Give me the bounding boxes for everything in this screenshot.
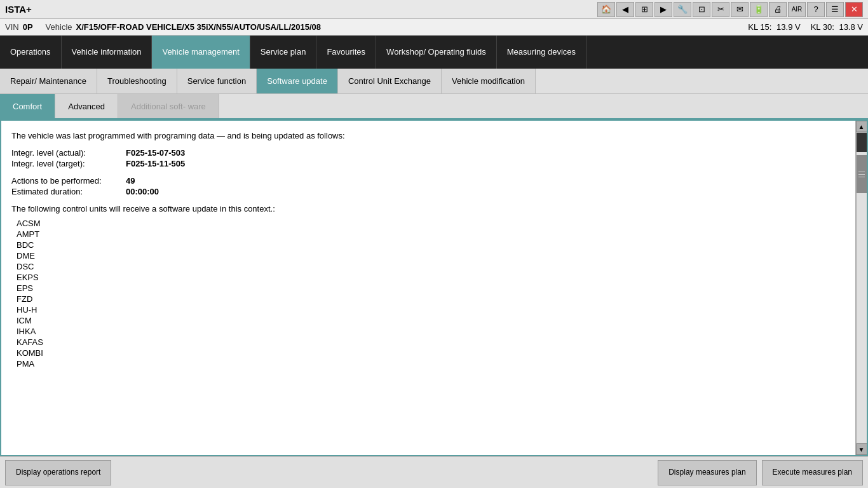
execute-measures-plan-button[interactable]: Execute measures plan — [762, 460, 863, 485]
actions-block: Actions to be performed: 49 Estimated du… — [11, 176, 845, 196]
vinbar: VIN 0P Vehicle X/F15/OFF-ROAD VEHICLE/X5… — [0, 19, 868, 36]
cu-intro: The following control units will receive… — [11, 204, 845, 214]
bottombar: Display operations report Display measur… — [0, 456, 868, 488]
close-icon[interactable]: ✕ — [845, 2, 863, 17]
display-measures-plan-button[interactable]: Display measures plan — [658, 460, 756, 485]
vehicle-label: Vehicle — [46, 22, 72, 32]
scroll-line — [858, 172, 865, 172]
cu-item-fzd: FZD — [11, 294, 845, 304]
titlebar: ISTA+ 🏠 ◀ ⊞ ▶ 🔧 ⊡ ✂ ✉ 🔋 🖨 AIR ? ☰ ✕ — [0, 0, 868, 19]
control-units-list: ACSMAMPTBDCDMEDSCEKPSEPSFZDHU-HICMIHKAKA… — [11, 219, 845, 369]
subnav1: Repair/ MaintenanceTroubleshootingServic… — [0, 69, 868, 94]
subnav2-item-comfort[interactable]: Comfort — [0, 94, 55, 118]
scroll-up-button[interactable]: ▲ — [856, 121, 867, 132]
wrench-icon[interactable]: 🔧 — [674, 2, 691, 17]
subnav1-item-service-function[interactable]: Service function — [177, 69, 257, 93]
cu-item-ekps: EKPS — [11, 273, 845, 282]
cu-item-icm: ICM — [11, 316, 845, 325]
subnav1-item-vehicle-modification[interactable]: Vehicle modification — [442, 69, 536, 93]
integr-target-value: F025-15-11-505 — [126, 159, 185, 168]
duration-row: Estimated duration: 00:00:00 — [11, 187, 845, 196]
integr-target-label: Integr. level (target): — [11, 159, 126, 168]
cu-item-acsm: ACSM — [11, 219, 845, 228]
actions-label: Actions to be performed: — [11, 176, 126, 186]
nav-item-service-plan[interactable]: Service plan — [250, 36, 317, 69]
scroll-lines — [858, 172, 865, 177]
vin-label: VIN — [5, 22, 19, 32]
vin-section: VIN 0P — [5, 22, 33, 32]
integr-block: Integr. level (actual): F025-15-07-503 I… — [11, 148, 845, 168]
cu-block: The following control units will receive… — [11, 204, 845, 369]
integr-actual-label: Integr. level (actual): — [11, 148, 126, 158]
actions-value: 49 — [126, 176, 135, 186]
scroll-track[interactable] — [856, 132, 867, 444]
scan-icon[interactable]: ⊡ — [693, 2, 710, 17]
subnav1-item-control-unit-exchange[interactable]: Control Unit Exchange — [338, 69, 442, 93]
integr-target-row: Integr. level (target): F025-15-11-505 — [11, 159, 845, 168]
menu-icon[interactable]: ☰ — [826, 2, 844, 17]
actions-row: Actions to be performed: 49 — [11, 176, 845, 186]
cu-item-ihka: IHKA — [11, 327, 845, 336]
vin-value: 0P — [23, 22, 33, 32]
duration-value: 00:00:00 — [126, 187, 159, 196]
intro-text: The vehicle was last programmed with pro… — [11, 131, 845, 140]
cu-item-pma: PMA — [11, 359, 845, 369]
nav-item-measuring-devices[interactable]: Measuring devices — [497, 36, 587, 69]
content-text: The vehicle was last programmed with pro… — [1, 121, 855, 455]
display-operations-report-button[interactable]: Display operations report — [5, 460, 111, 485]
scroll-grip[interactable] — [857, 155, 867, 193]
nav-item-vehicle-information[interactable]: Vehicle information — [62, 36, 153, 69]
duration-label: Estimated duration: — [11, 187, 126, 196]
vehicle-section: Vehicle X/F15/OFF-ROAD VEHICLE/X5 35iX/N… — [46, 22, 321, 32]
kl30-value: 13.8 V — [839, 22, 863, 32]
subnav1-item-troubleshooting[interactable]: Troubleshooting — [97, 69, 177, 93]
vehicle-value: X/F15/OFF-ROAD VEHICLE/X5 35iX/N55/AUTO/… — [76, 22, 322, 32]
kl30-label: KL 30: — [811, 22, 834, 32]
cu-item-kafas: KAFAS — [11, 337, 845, 347]
subnav2: ComfortAdvancedAdditional soft- ware — [0, 94, 868, 119]
nav-item-operations[interactable]: Operations — [0, 36, 62, 69]
navbar: OperationsVehicle informationVehicle man… — [0, 36, 868, 69]
home-icon[interactable]: 🏠 — [597, 2, 615, 17]
kl15-value: 13.9 V — [776, 22, 801, 32]
kl30: KL 30: 13.8 V — [811, 22, 863, 32]
nav-item-workshop-operating-fluids[interactable]: Workshop/ Operating fluids — [376, 36, 497, 69]
print-icon[interactable]: 🖨 — [769, 2, 787, 17]
integr-actual-value: F025-15-07-503 — [126, 148, 185, 158]
mail-icon[interactable]: ✉ — [731, 2, 749, 17]
cu-item-kombi: KOMBI — [11, 348, 845, 358]
content-area: The vehicle was last programmed with pro… — [0, 119, 868, 456]
cu-item-ampt: AMPT — [11, 229, 845, 239]
forward-icon[interactable]: ▶ — [654, 2, 672, 17]
scroll-down-button[interactable]: ▼ — [856, 444, 867, 455]
titlebar-icons: 🏠 ◀ ⊞ ▶ 🔧 ⊡ ✂ ✉ 🔋 🖨 AIR ? ☰ ✕ — [597, 2, 863, 17]
intro-block: The vehicle was last programmed with pro… — [11, 131, 845, 140]
subnav2-item-additional-software: Additional soft- ware — [118, 94, 219, 118]
kl15: KL 15: 13.9 V — [748, 22, 800, 32]
cu-item-dme: DME — [11, 251, 845, 261]
scroll-line — [858, 174, 865, 175]
scissor-icon[interactable]: ✂ — [712, 2, 729, 17]
kl15-label: KL 15: — [748, 22, 771, 32]
cu-item-bdc: BDC — [11, 240, 845, 250]
scrollbar: ▲ ▼ — [855, 121, 867, 455]
cu-item-hu-h: HU-H — [11, 305, 845, 315]
help-icon[interactable]: ? — [807, 2, 825, 17]
scroll-line — [858, 177, 865, 177]
kl-section: KL 15: 13.9 V KL 30: 13.8 V — [748, 22, 863, 32]
nav-item-vehicle-management[interactable]: Vehicle management — [152, 36, 250, 69]
cu-item-dsc: DSC — [11, 262, 845, 271]
battery-icon[interactable]: 🔋 — [750, 2, 768, 17]
subnav1-item-software-update[interactable]: Software update — [257, 69, 338, 93]
integr-actual-row: Integr. level (actual): F025-15-07-503 — [11, 148, 845, 158]
subnav1-item-repair-maintenance[interactable]: Repair/ Maintenance — [0, 69, 97, 93]
nav-item-favourites[interactable]: Favourites — [316, 36, 376, 69]
back-icon[interactable]: ◀ — [616, 2, 634, 17]
grid-icon[interactable]: ⊞ — [635, 2, 653, 17]
subnav2-item-advanced[interactable]: Advanced — [55, 94, 118, 118]
app-title: ISTA+ — [5, 4, 32, 15]
cu-item-eps: EPS — [11, 283, 845, 293]
scroll-thumb-top — [857, 133, 867, 152]
air-icon[interactable]: AIR — [788, 2, 806, 17]
